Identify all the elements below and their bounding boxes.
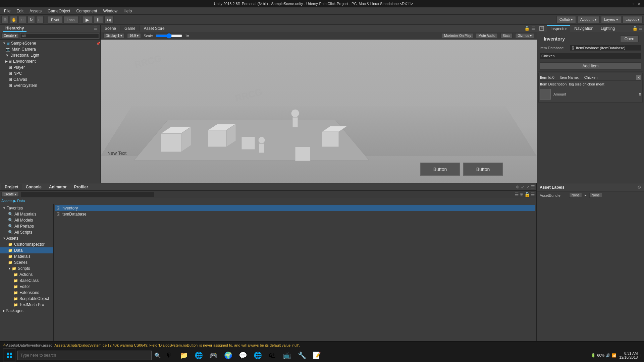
taskbar-chrome-icon[interactable]: 🌍	[221, 349, 235, 361]
breadcrumb-assets[interactable]: Assets	[1, 199, 12, 203]
scale-slider[interactable]	[156, 33, 182, 39]
local-button[interactable]: Local	[63, 16, 78, 23]
project-view-icon-1[interactable]: ☰	[515, 192, 519, 197]
mute-audio-button[interactable]: Mute Audio	[476, 33, 497, 38]
hierarchy-options-button[interactable]: ☰	[94, 26, 98, 31]
layout-button[interactable]: Layout ▾	[623, 16, 643, 23]
maximize-on-play-button[interactable]: Maximize On Play	[442, 33, 474, 38]
hierarchy-item-player[interactable]: ⊞ Player	[0, 64, 100, 70]
open-button[interactable]: Open	[620, 36, 639, 42]
favorites-header[interactable]: ▼ Favorites	[0, 205, 53, 211]
assetbundle-variant-btn[interactable]: None	[589, 193, 602, 198]
taskbar-store-icon[interactable]: 🛍	[266, 349, 279, 361]
project-panel-icon-1[interactable]: ⊕	[516, 184, 520, 189]
assets-data[interactable]: 📁 Data	[0, 247, 53, 253]
assets-scenes[interactable]: 📁 Scenes	[0, 259, 53, 265]
project-create-button[interactable]: Create ▾	[1, 192, 19, 197]
account-button[interactable]: Account ▾	[577, 16, 600, 23]
transform-scale-tool[interactable]: ↻	[28, 16, 35, 23]
collab-button[interactable]: Collab ▾	[556, 16, 576, 23]
hierarchy-item-maincamera[interactable]: 📷 Main Camera	[0, 46, 100, 52]
menu-assets[interactable]: Assets	[27, 8, 44, 14]
taskbar-vscode-icon[interactable]: 📝	[310, 349, 323, 361]
taskbar-search-input[interactable]	[17, 351, 152, 360]
transform-rect-tool[interactable]: □	[36, 16, 44, 23]
menu-help[interactable]: Help	[121, 8, 135, 14]
menu-edit[interactable]: Edit	[14, 8, 26, 14]
project-search-input[interactable]	[20, 192, 154, 197]
asset-itemdatabase[interactable]: 🗄 ItemDatabase	[55, 211, 535, 217]
taskbar-whatsapp-icon[interactable]: 💬	[236, 349, 250, 361]
item-delete-button[interactable]: ✕	[636, 75, 641, 80]
scripts-actions[interactable]: 📁 Actions	[0, 272, 53, 278]
hierarchy-item-eventsystem[interactable]: ⊞ EventSystem	[0, 82, 100, 88]
scripts-editor[interactable]: 📁 Editor	[0, 284, 53, 290]
start-button[interactable]	[3, 349, 16, 362]
tab-project[interactable]: Project	[1, 184, 22, 190]
taskbar-ie-icon[interactable]: 🌐	[251, 349, 264, 361]
taskbar-explorer-icon[interactable]: 📁	[177, 349, 191, 361]
menu-gameobject[interactable]: GameObject	[45, 8, 73, 14]
hierarchy-item-npc[interactable]: ⊞ NPC	[0, 70, 100, 76]
taskbar-unity-icon[interactable]: 🎮	[207, 349, 220, 361]
taskbar-edge-icon[interactable]: 🌐	[192, 349, 205, 361]
transform-hand-tool[interactable]: ⊕	[1, 16, 9, 23]
tab-animator[interactable]: Animator	[46, 184, 70, 190]
hierarchy-item-environment[interactable]: ▶ ⊞ Environment	[0, 58, 100, 64]
pause-button[interactable]: ⏸	[94, 16, 103, 23]
maximize-button[interactable]: □	[631, 1, 635, 6]
project-view-icon-3[interactable]: 🔒	[524, 192, 530, 197]
tab-navigation[interactable]: Navigation	[571, 25, 597, 32]
project-panel-icon-3[interactable]: ↗	[526, 184, 530, 189]
packages-header[interactable]: ▶ Packages	[0, 308, 53, 314]
menu-window[interactable]: Window	[100, 8, 120, 14]
favorites-all-scripts[interactable]: 🔍 All Scripts	[0, 229, 53, 235]
menu-component[interactable]: Component	[73, 8, 100, 14]
menu-file[interactable]: File	[1, 8, 13, 14]
view-panel-lock-icon[interactable]: 🔒	[524, 26, 530, 31]
add-item-button[interactable]: Add Item	[540, 62, 641, 70]
tab-scene[interactable]: Scene	[101, 25, 120, 32]
minimize-button[interactable]: ─	[625, 1, 629, 6]
hierarchy-tab[interactable]: Hierarchy	[3, 25, 26, 32]
hierarchy-item-directionallight[interactable]: ☀ Directional Light	[0, 52, 100, 58]
inspector-menu-icon[interactable]: ☰	[639, 26, 643, 31]
hierarchy-item-samplescene[interactable]: ▼ ⊞ SampleScene 📌	[0, 40, 100, 46]
project-panel-icon-2[interactable]: ↙	[521, 184, 525, 189]
tab-lighting[interactable]: Lighting	[597, 25, 618, 32]
asset-labels-toggle-icon[interactable]: ⚙	[637, 185, 641, 190]
transform-rotate-tool[interactable]: ↔	[19, 16, 26, 23]
play-button[interactable]: ▶	[83, 16, 92, 23]
breadcrumb-data[interactable]: Data	[17, 199, 25, 203]
show-desktop-button[interactable]: |	[640, 354, 641, 357]
inspector-lock-icon[interactable]: 🔒	[632, 26, 638, 31]
display-button[interactable]: Display 1 ▾	[103, 33, 124, 38]
view-panel-menu-icon[interactable]: ☰	[531, 26, 535, 31]
tab-asset-store[interactable]: Asset Store	[140, 25, 169, 32]
close-button[interactable]: ✕	[637, 1, 641, 6]
assets-scripts[interactable]: ▼ 📁 Scripts	[0, 265, 53, 272]
game-button-1[interactable]: Button	[420, 163, 460, 176]
tab-inspector[interactable]: Inspector	[547, 25, 570, 32]
hierarchy-item-canvas[interactable]: ⊞ Canvas	[0, 76, 100, 82]
taskbar-app2-icon[interactable]: 🔧	[295, 349, 309, 361]
scripts-baseclass[interactable]: 📁 BaseClass	[0, 278, 53, 284]
taskbar-cortana-icon[interactable]: 🎙	[162, 349, 176, 361]
hierarchy-create-button[interactable]: Create ▾	[1, 33, 19, 38]
favorites-all-prefabs[interactable]: 🔍 All Prefabs	[0, 223, 53, 229]
project-view-icon-4[interactable]: ☰	[531, 192, 535, 197]
step-button[interactable]: ⏭	[104, 16, 114, 23]
assets-header[interactable]: ▼ Assets	[0, 235, 53, 241]
favorites-all-models[interactable]: 🔍 All Models	[0, 217, 53, 223]
aspect-ratio-button[interactable]: 16:9 ▾	[127, 33, 141, 38]
project-view-icon-2[interactable]: ⊞	[520, 192, 524, 197]
assets-custominspector[interactable]: 📁 CustomInspector	[0, 241, 53, 247]
hierarchy-search-input[interactable]	[20, 33, 99, 39]
tab-profiler[interactable]: Profiler	[71, 184, 92, 190]
asset-inventory[interactable]: 🗄 Inventory	[55, 205, 535, 211]
assets-materials[interactable]: 📁 Materials	[0, 253, 53, 259]
taskbar-app1-icon[interactable]: 📺	[280, 349, 294, 361]
favorites-all-materials[interactable]: 🔍 All Materials	[0, 211, 53, 217]
gizmos-button[interactable]: Gizmos ▾	[515, 33, 534, 38]
tab-game[interactable]: Game	[120, 25, 140, 32]
